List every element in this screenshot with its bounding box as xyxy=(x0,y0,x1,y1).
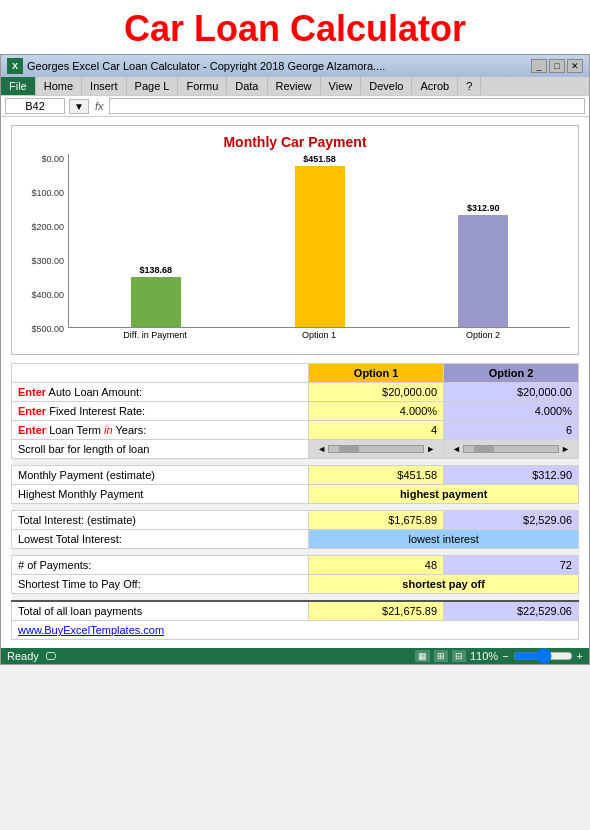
zoom-out-icon[interactable]: − xyxy=(502,650,508,662)
zoom-slider[interactable] xyxy=(513,652,573,660)
label-highest: Highest Monthly Payment xyxy=(12,485,309,504)
header-empty xyxy=(12,364,309,383)
formula-bar-input[interactable] xyxy=(109,98,585,114)
chart-body: $500.00 $400.00 $300.00 $200.00 $100.00 … xyxy=(20,154,570,334)
sb-right-arrow-2[interactable]: ► xyxy=(561,444,570,454)
tab-review[interactable]: Review xyxy=(268,77,321,95)
formula-expand-button[interactable]: ▼ xyxy=(69,99,89,114)
y-label-4: $100.00 xyxy=(20,188,64,198)
excel-icon: X xyxy=(7,58,23,74)
title-bar: X Georges Excel Car Loan Calculator - Co… xyxy=(1,55,589,77)
row-monthly-payment: Monthly Payment (estimate) $451.58 $312.… xyxy=(12,466,579,485)
tab-view[interactable]: View xyxy=(321,77,362,95)
header-row: Option 1 Option 2 xyxy=(12,364,579,383)
val-monthly-opt1: $451.58 xyxy=(309,466,444,485)
label-monthly-payment: Monthly Payment (estimate) xyxy=(12,466,309,485)
sb-left-arrow-1[interactable]: ◄ xyxy=(317,444,326,454)
close-button[interactable]: ✕ xyxy=(567,59,583,73)
minimize-button[interactable]: _ xyxy=(531,59,547,73)
bar-option1: $451.58 xyxy=(253,154,387,327)
label-interest: Enter Fixed Interest Rate: xyxy=(12,402,309,421)
normal-view-button[interactable]: ▦ xyxy=(415,650,430,662)
val-interest-total-opt1: $1,675.89 xyxy=(309,511,444,530)
label-num-payments: # of Payments: xyxy=(12,556,309,575)
row-highest-payment: Highest Monthly Payment highest payment xyxy=(12,485,579,504)
bar-diff-value: $138.68 xyxy=(140,265,173,275)
chart-bars-area: $138.68 $451.58 $312.90 xyxy=(68,154,570,328)
tab-developer[interactable]: Develo xyxy=(361,77,412,95)
formula-bar: ▼ fx xyxy=(1,95,589,117)
chart-title: Monthly Car Payment xyxy=(20,134,570,150)
tab-data[interactable]: Data xyxy=(227,77,267,95)
tab-insert[interactable]: Insert xyxy=(82,77,127,95)
page-break-button[interactable]: ⊟ xyxy=(452,650,466,662)
label-total-interest: Total Interest: (estimate) xyxy=(12,511,309,530)
val-lowest-interest: lowest interest xyxy=(309,530,579,549)
tab-home[interactable]: Home xyxy=(36,77,82,95)
page-title: Car Loan Calculator xyxy=(0,0,590,54)
website-link[interactable]: www.BuyExcelTemplates.com xyxy=(18,624,164,636)
label-total-loan: Total of all loan payments xyxy=(12,601,309,621)
tab-formulas[interactable]: Formu xyxy=(178,77,227,95)
row-scrollbar: Scroll bar for length of loan ◄ ► ◄ xyxy=(12,440,579,459)
label-shortest: Shortest Time to Pay Off: xyxy=(12,575,309,594)
sb-left-arrow-2[interactable]: ◄ xyxy=(452,444,461,454)
bar-opt2-value: $312.90 xyxy=(467,203,500,213)
tab-acrobat[interactable]: Acrob xyxy=(412,77,458,95)
scrollbar-opt2[interactable]: ◄ ► xyxy=(444,440,579,459)
val-num-opt1: 48 xyxy=(309,556,444,575)
y-label-3: $200.00 xyxy=(20,222,64,232)
tab-help[interactable]: ? xyxy=(458,77,481,95)
sb-track-1[interactable] xyxy=(328,445,424,453)
header-opt2: Option 2 xyxy=(444,364,579,383)
status-left: Ready 🖵 xyxy=(7,650,56,662)
y-label-0: $500.00 xyxy=(20,324,64,334)
y-label-5: $0.00 xyxy=(20,154,64,164)
bar-opt1-value: $451.58 xyxy=(303,154,336,164)
scrollbar-opt1[interactable]: ◄ ► xyxy=(309,440,444,459)
val-interest-total-opt2: $2,529.06 xyxy=(444,511,579,530)
val-term-opt2: 6 xyxy=(444,421,579,440)
row-total-loan: Total of all loan payments $21,675.89 $2… xyxy=(12,601,579,621)
page-view-icon[interactable]: 🖵 xyxy=(45,650,56,662)
label-loan-term: Enter Loan Term in Years: xyxy=(12,421,309,440)
data-table: Option 1 Option 2 Enter Auto Loan Amount… xyxy=(11,363,579,640)
val-loan-opt2: $20,000.00 xyxy=(444,383,579,402)
excel-title: Georges Excel Car Loan Calculator - Copy… xyxy=(27,60,385,72)
sb-right-arrow-1[interactable]: ► xyxy=(426,444,435,454)
zoom-in-icon[interactable]: + xyxy=(577,650,583,662)
val-total-loan-opt1: $21,675.89 xyxy=(309,601,444,621)
status-bar: Ready 🖵 ▦ ⊞ ⊟ 110% − + xyxy=(1,648,589,664)
chart-y-axis: $500.00 $400.00 $300.00 $200.00 $100.00 … xyxy=(20,154,68,334)
val-num-opt2: 72 xyxy=(444,556,579,575)
chart-area: Monthly Car Payment $500.00 $400.00 $300… xyxy=(11,125,579,355)
row-num-payments: # of Payments: 48 72 xyxy=(12,556,579,575)
sb-thumb-1[interactable] xyxy=(339,446,359,452)
cell-reference-input[interactable] xyxy=(5,98,65,114)
chart-plot: $138.68 $451.58 $312.90 xyxy=(68,154,570,334)
row-interest-rate: Enter Fixed Interest Rate: 4.000% 4.000% xyxy=(12,402,579,421)
tab-file[interactable]: File xyxy=(1,77,36,95)
row-url: www.BuyExcelTemplates.com xyxy=(12,621,579,640)
label-loan-amount: Enter Auto Loan Amount: xyxy=(12,383,309,402)
sb-track-2[interactable] xyxy=(463,445,559,453)
zoom-level: 110% xyxy=(470,650,498,662)
x-label-diff: Diff. in Payment xyxy=(88,330,222,340)
label-lowest-interest: Lowest Total Interest: xyxy=(12,530,309,549)
row-loan-amount: Enter Auto Loan Amount: $20,000.00 $20,0… xyxy=(12,383,579,402)
tab-pagelayout[interactable]: Page L xyxy=(127,77,179,95)
fx-label: fx xyxy=(93,100,106,112)
status-right: ▦ ⊞ ⊟ 110% − + xyxy=(415,650,583,662)
val-highest: highest payment xyxy=(309,485,579,504)
maximize-button[interactable]: □ xyxy=(549,59,565,73)
label-scrollbar: Scroll bar for length of loan xyxy=(12,440,309,459)
header-opt1: Option 1 xyxy=(309,364,444,383)
url-cell[interactable]: www.BuyExcelTemplates.com xyxy=(12,621,579,640)
sb-thumb-2[interactable] xyxy=(474,446,494,452)
y-label-1: $400.00 xyxy=(20,290,64,300)
bar-option2: $312.90 xyxy=(416,203,550,327)
x-label-opt1: Option 1 xyxy=(252,330,386,340)
page-layout-button[interactable]: ⊞ xyxy=(434,650,448,662)
window-controls[interactable]: _ □ ✕ xyxy=(531,59,583,73)
row-total-interest: Total Interest: (estimate) $1,675.89 $2,… xyxy=(12,511,579,530)
